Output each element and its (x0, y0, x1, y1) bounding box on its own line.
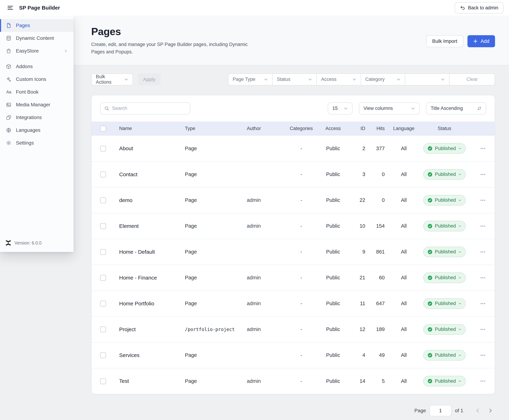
search-input[interactable] (112, 106, 186, 111)
page-name[interactable]: Home - Finance (113, 265, 179, 291)
filter-extra[interactable] (405, 73, 450, 85)
ellipsis-icon (480, 301, 486, 307)
status-badge[interactable]: Published (423, 376, 466, 386)
page-name[interactable]: Home - Default (113, 239, 179, 265)
page-name[interactable]: Element (113, 213, 179, 239)
page-header: Pages Create, edit, and manage your SP P… (0, 15, 509, 65)
row-actions-button[interactable] (478, 324, 488, 334)
table-row: Test Page admin - Public 14 5 All Publis… (92, 368, 495, 394)
sidebar-item-font-book[interactable]: Aa Font Book (0, 86, 74, 98)
status-badge[interactable]: Published (423, 247, 466, 257)
pagination-next-button[interactable] (486, 406, 495, 415)
pagination-page-input[interactable] (429, 405, 451, 416)
col-language[interactable]: Language (390, 121, 418, 136)
apply-button[interactable]: Apply (138, 73, 161, 85)
page-name[interactable]: demo (113, 187, 179, 213)
add-button[interactable]: Add (467, 35, 495, 47)
page-type: Page (179, 187, 241, 213)
page-name[interactable]: Project (113, 316, 179, 342)
status-badge[interactable]: Published (423, 298, 466, 309)
page-language: All (390, 136, 418, 162)
ellipsis-icon (480, 249, 486, 255)
page-name[interactable]: About (113, 136, 179, 162)
sidebar-item-pages[interactable]: Pages (0, 19, 74, 32)
page-type: Page (179, 136, 241, 162)
media-manager-icon (6, 102, 12, 108)
row-actions-button[interactable] (478, 247, 488, 257)
filter-category[interactable]: Category (361, 73, 405, 85)
col-author[interactable]: Author (241, 121, 287, 136)
sidebar-item-easystore[interactable]: EasyStore (0, 45, 74, 57)
row-checkbox[interactable] (100, 326, 106, 332)
chevron-down-icon (458, 276, 461, 279)
row-actions-button[interactable] (478, 350, 488, 360)
page-name[interactable]: Test (113, 368, 179, 394)
back-to-admin-button[interactable]: Back to admin (455, 2, 503, 14)
row-checkbox[interactable] (100, 300, 106, 307)
status-badge[interactable]: Published (423, 272, 466, 283)
page-size-select[interactable]: 15 (328, 102, 353, 114)
pagination: Page of 1 (91, 405, 495, 420)
chevron-down-icon (458, 225, 461, 228)
status-badge[interactable]: Published (423, 143, 466, 154)
filter-page-type[interactable]: Page Type (228, 73, 273, 85)
row-actions-button[interactable] (478, 195, 488, 205)
row-actions-button[interactable] (478, 273, 488, 283)
clear-filters-button[interactable]: Clear (449, 73, 495, 85)
page-id: 3 (351, 162, 370, 187)
row-actions-button[interactable] (478, 143, 488, 153)
bulk-actions-select[interactable]: Bulk Actions (91, 73, 133, 85)
status-label: Published (435, 223, 456, 229)
sidebar-item-custom-icons[interactable]: Custom Icons (0, 73, 74, 86)
row-checkbox[interactable] (100, 378, 106, 384)
sidebar-item-languages[interactable]: Languages (0, 124, 74, 137)
row-checkbox[interactable] (100, 249, 106, 255)
chevron-down-icon (396, 77, 401, 82)
row-actions-button[interactable] (478, 170, 488, 179)
filter-access[interactable]: Access (317, 73, 361, 85)
bulk-import-button[interactable]: Bulk Import (426, 35, 463, 47)
view-columns-select[interactable]: View columns (359, 102, 420, 114)
menu-toggle-button[interactable] (6, 3, 15, 12)
status-badge[interactable]: Published (423, 324, 466, 335)
row-actions-button[interactable] (478, 376, 488, 386)
page-hits: 861 (370, 239, 390, 265)
pages-table: Name Type Author Categories Access ID Hi… (92, 121, 495, 394)
row-checkbox[interactable] (100, 352, 106, 358)
col-type[interactable]: Type (179, 121, 241, 136)
filters-bar: Bulk Actions Apply Page Type Status Acce… (91, 73, 495, 85)
status-badge[interactable]: Published (423, 221, 466, 231)
pagination-prev-button[interactable] (473, 406, 482, 415)
col-id[interactable]: ID (351, 121, 370, 136)
topbar: SP Page Builder Back to admin (0, 0, 509, 15)
col-hits[interactable]: Hits (370, 121, 390, 136)
select-all-checkbox[interactable] (100, 126, 106, 132)
easystore-icon (6, 48, 12, 54)
sidebar-item-settings[interactable]: Settings (0, 137, 74, 149)
sidebar-item-integrations[interactable]: Integrations (0, 111, 74, 124)
search-box[interactable] (100, 102, 190, 114)
row-checkbox[interactable] (100, 146, 106, 152)
status-badge[interactable]: Published (423, 195, 466, 206)
col-status[interactable]: Status (418, 121, 471, 136)
sidebar-item-media-manager[interactable]: Media Manager (0, 98, 74, 111)
status-badge[interactable]: Published (423, 350, 466, 360)
row-checkbox[interactable] (100, 172, 106, 177)
row-checkbox[interactable] (100, 197, 106, 203)
filter-status[interactable]: Status (272, 73, 317, 85)
col-name[interactable]: Name (113, 121, 179, 136)
col-access[interactable]: Access (315, 121, 351, 136)
page-name[interactable]: Home Portfolio (113, 291, 179, 316)
sidebar-item-dynamic-content[interactable]: Dynamic Content (0, 32, 74, 45)
row-actions-button[interactable] (478, 299, 488, 308)
row-checkbox[interactable] (100, 275, 106, 281)
sort-select[interactable]: Title Ascending (426, 102, 486, 114)
col-categories[interactable]: Categories (287, 121, 315, 136)
joomla-logo (5, 240, 12, 246)
row-actions-button[interactable] (478, 221, 488, 231)
status-badge[interactable]: Published (423, 169, 466, 180)
page-name[interactable]: Services (113, 342, 179, 368)
row-checkbox[interactable] (100, 223, 106, 229)
page-name[interactable]: Contact (113, 162, 179, 187)
sidebar-item-addons[interactable]: Addons (0, 60, 74, 73)
